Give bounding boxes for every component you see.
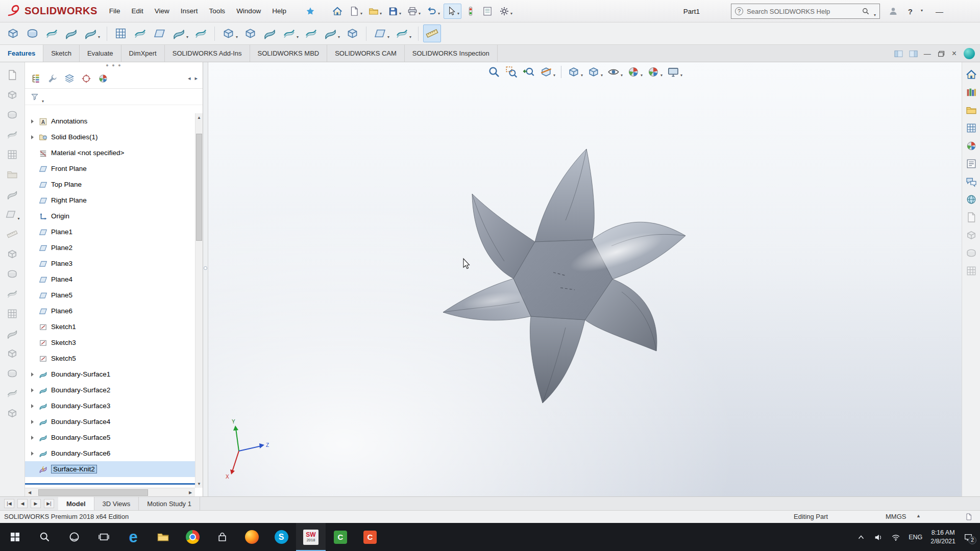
- file-explorer[interactable]: [148, 523, 178, 551]
- dropdown-caret[interactable]: ▾: [42, 99, 44, 105]
- tree-item[interactable]: Sketch5: [25, 350, 195, 366]
- revolved-surface[interactable]: [23, 24, 41, 42]
- zoom-to-fit[interactable]: [486, 64, 502, 80]
- microsoft-store[interactable]: [207, 523, 237, 551]
- action-center-icon[interactable]: 2: [964, 533, 973, 542]
- pane-extra-3[interactable]: [965, 247, 977, 259]
- panel-drag-handle[interactable]: ● ● ●: [25, 62, 203, 68]
- task-pane-gem-icon[interactable]: [964, 48, 975, 59]
- reference-geometry[interactable]: ▾: [371, 24, 391, 42]
- search-input[interactable]: Search SOLIDWORKS Help: [747, 8, 858, 15]
- tab-solidworks-inspection[interactable]: SOLIDWORKS Inspection: [405, 45, 498, 62]
- dropdown-caret[interactable]: ▾: [438, 12, 440, 17]
- tree-vertical-scrollbar[interactable]: ▲ ▼: [195, 113, 203, 488]
- planar-surface[interactable]: [151, 24, 168, 42]
- language-indicator[interactable]: ENG: [909, 534, 922, 541]
- surface-tool[interactable]: [5, 266, 20, 282]
- boundary-surface[interactable]: ▾: [82, 24, 102, 42]
- replace-face[interactable]: [241, 24, 259, 42]
- help-icon[interactable]: ?: [908, 0, 913, 22]
- sketch-tool[interactable]: [5, 67, 20, 83]
- dropdown-caret[interactable]: ▾: [553, 73, 555, 79]
- knit-surface[interactable]: ▾: [322, 24, 342, 42]
- dropdown-caret[interactable]: ▾: [921, 0, 923, 22]
- curve-tool[interactable]: [5, 246, 20, 262]
- featuremanager-tree[interactable]: [30, 73, 41, 84]
- tree-item[interactable]: Front Plane: [25, 161, 195, 177]
- open[interactable]: ▾: [366, 4, 384, 19]
- dropdown-caret[interactable]: ▾: [457, 12, 459, 17]
- dropdown-caret[interactable]: ▾: [338, 35, 340, 40]
- revolve-tool[interactable]: [5, 127, 20, 142]
- network-icon[interactable]: [891, 533, 900, 542]
- rollback-bar[interactable]: [25, 483, 195, 485]
- reference-tool[interactable]: [5, 227, 20, 242]
- scrollbar-thumb[interactable]: [196, 134, 202, 241]
- task-view[interactable]: [89, 523, 118, 551]
- filled-surface[interactable]: [112, 24, 130, 42]
- task-scheduler[interactable]: [480, 4, 495, 19]
- custom-properties[interactable]: [965, 158, 977, 170]
- firefox[interactable]: [237, 523, 266, 551]
- dropdown-caret[interactable]: ▾: [621, 73, 623, 79]
- dropdown-caret[interactable]: ▾: [360, 12, 362, 17]
- dropdown-caret[interactable]: ▾: [601, 73, 603, 79]
- home[interactable]: [330, 4, 345, 19]
- volume-icon[interactable]: [874, 533, 883, 542]
- tree-item[interactable]: Boundary-Surface6: [25, 445, 195, 461]
- tree-item[interactable]: Solid Bodies(1): [25, 129, 195, 145]
- tree-item[interactable]: Origin: [25, 208, 195, 224]
- favorites-icon[interactable]: [305, 6, 315, 16]
- dropdown-caret[interactable]: ▾: [641, 73, 643, 79]
- select[interactable]: ▾: [444, 4, 461, 19]
- dropdown-caret[interactable]: ▾: [98, 35, 100, 40]
- dropdown-caret[interactable]: ▾: [297, 35, 299, 40]
- tree-item[interactable]: Plane6: [25, 303, 195, 319]
- pane-extra-2[interactable]: [965, 229, 977, 241]
- delete-face[interactable]: ▾: [219, 24, 240, 42]
- expand-arrow[interactable]: [31, 452, 39, 456]
- subscription-services[interactable]: [965, 193, 977, 206]
- menu-insert[interactable]: Insert: [175, 7, 204, 15]
- close-icon[interactable]: ×: [952, 49, 957, 58]
- solidworks-2018[interactable]: SW2018: [296, 523, 326, 551]
- menu-tools[interactable]: Tools: [204, 7, 231, 15]
- trim-surface[interactable]: ▾: [280, 24, 301, 42]
- pane-left-icon[interactable]: [894, 50, 903, 58]
- dropdown-caret[interactable]: ▾: [236, 35, 238, 40]
- apply-scene[interactable]: ▾: [646, 64, 664, 80]
- tree-item[interactable]: Boundary-Surface5: [25, 430, 195, 445]
- camtasia-recorder[interactable]: C: [355, 523, 385, 551]
- zoom-to-area[interactable]: [504, 64, 519, 80]
- previous-view[interactable]: [521, 64, 536, 80]
- new-document[interactable]: ▾: [347, 4, 364, 19]
- clock[interactable]: 8:16 AM 2/8/2021: [930, 529, 955, 545]
- evaluate-tool[interactable]: [5, 346, 20, 361]
- tree-item[interactable]: Boundary-Surface1: [25, 366, 195, 382]
- cortana[interactable]: [59, 523, 89, 551]
- lofted-surface[interactable]: [62, 24, 80, 42]
- expand-arrow[interactable]: [31, 436, 39, 440]
- filter-funnel-icon[interactable]: [30, 92, 39, 102]
- design-library[interactable]: [965, 86, 977, 98]
- analysis-tool[interactable]: [5, 406, 20, 421]
- dropdown-caret[interactable]: ▾: [409, 35, 411, 40]
- tree-item[interactable]: Plane5: [25, 287, 195, 303]
- file-explorer[interactable]: [965, 104, 977, 116]
- last-tab-icon[interactable]: ▶|: [44, 499, 54, 508]
- expand-arrow[interactable]: [31, 372, 39, 377]
- dropdown-caret[interactable]: ▾: [17, 217, 19, 222]
- tree-item[interactable]: Plane3: [25, 256, 195, 271]
- appearances-scenes[interactable]: [965, 140, 977, 152]
- tab-solidworks-cam[interactable]: SOLIDWORKS CAM: [327, 45, 405, 62]
- units-caret-icon[interactable]: ▲: [916, 513, 921, 518]
- tree-item[interactable]: Boundary-Surface3: [25, 398, 195, 414]
- view-orientation[interactable]: ▾: [566, 64, 584, 80]
- tree-item[interactable]: Right Plane: [25, 192, 195, 208]
- tree-item[interactable]: Sketch3: [25, 335, 195, 350]
- dropdown-caret[interactable]: ▾: [874, 13, 876, 18]
- camtasia[interactable]: C: [326, 523, 355, 551]
- graphics-area[interactable]: Y Z X ▾▾▾▾▾▾▾: [208, 62, 962, 496]
- solidworks-forum[interactable]: [965, 176, 977, 188]
- sweep-tool[interactable]: [5, 147, 20, 162]
